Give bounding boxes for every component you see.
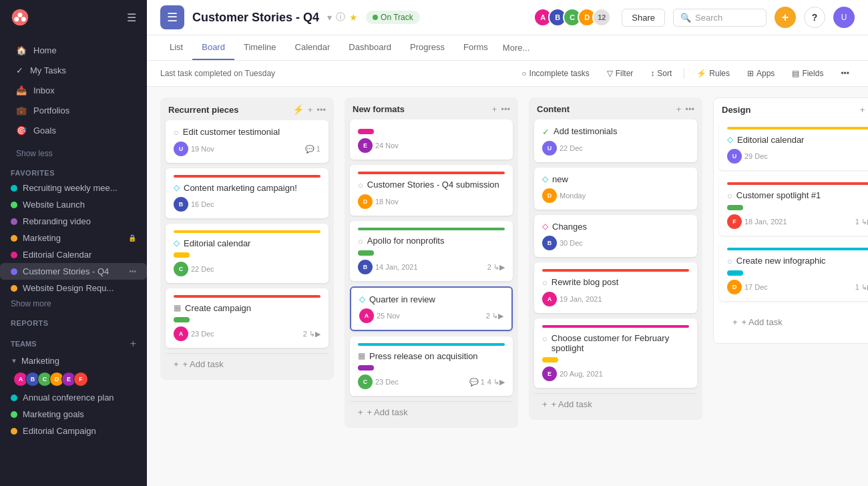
card-press-release[interactable]: ▦ Press release on acquisition C 23 Dec …: [350, 336, 513, 396]
avatar: D: [542, 188, 557, 203]
dot-icon: [11, 285, 17, 292]
search-box[interactable]: 🔍 Search: [673, 9, 767, 27]
tab-progress[interactable]: Progress: [401, 35, 454, 60]
share-button[interactable]: Share: [622, 9, 665, 27]
card-rewrite-blog[interactable]: ○ Rewrite blog post A 19 Jan, 2021: [534, 262, 697, 313]
add-task-design[interactable]: + + Add task: [724, 312, 868, 332]
sidebar-item-my-tasks[interactable]: ✓ My Tasks: [5, 61, 142, 80]
avatar: B: [358, 260, 373, 274]
fav-label: Website Design Requ...: [23, 283, 114, 293]
add-task-new-formats[interactable]: + + Add task: [350, 401, 513, 423]
check-icon: ○: [542, 334, 548, 344]
sidebar-item-label: My Tasks: [30, 65, 66, 75]
column-more-icon[interactable]: •••: [316, 105, 326, 115]
sort-btn[interactable]: ↕ Sort: [645, 66, 677, 81]
show-more[interactable]: Show more: [0, 296, 147, 311]
rules-btn[interactable]: ⚡ Rules: [691, 66, 735, 81]
column-title: Recurrent pieces: [168, 105, 288, 115]
tab-dashboard[interactable]: Dashboard: [339, 35, 401, 60]
fav-label: Recruiting weekly mee...: [23, 183, 118, 193]
sidebar-fav-rebranding[interactable]: Rebranding video: [0, 213, 147, 230]
card-add-testimonials[interactable]: ✓ Add testimonials U 22 Dec: [534, 119, 697, 162]
card-editorial-calendar[interactable]: ◇ Editorial calendar C 22 Dec: [166, 224, 329, 283]
add-card-icon[interactable]: +: [860, 105, 865, 115]
card-create-infographic[interactable]: ○ Create new infographic D 17 Dec 1 ↳▶: [719, 241, 868, 301]
add-card-icon[interactable]: +: [676, 104, 682, 114]
card-date-text: 23 Dec: [375, 378, 399, 386]
column-header-recurrent: Recurrent pieces ⚡ + •••: [160, 97, 334, 120]
show-less[interactable]: Show less: [0, 146, 147, 161]
sidebar-item-inbox[interactable]: 📥 Inbox: [5, 81, 142, 100]
tab-timeline[interactable]: Timeline: [234, 35, 286, 60]
chevron-down-icon[interactable]: ▾: [327, 12, 332, 23]
sidebar-fav-website-launch[interactable]: Website Launch: [0, 196, 147, 213]
card-choose-customer[interactable]: ○ Choose customer for February spotlight…: [534, 318, 697, 388]
team-marketing[interactable]: ▼ Marketing: [0, 352, 147, 369]
avatar: B: [542, 236, 557, 250]
avatar: D: [727, 280, 742, 294]
card-quarter-review[interactable]: ◇ Quarter in review A 25 Nov 2 ↳▶: [350, 286, 513, 331]
card-date-text: 18 Jan, 2021: [744, 218, 787, 226]
more-options-btn[interactable]: •••: [835, 66, 855, 81]
column-more-icon[interactable]: •••: [501, 104, 510, 114]
tab-more[interactable]: More...: [497, 36, 535, 59]
hamburger-icon[interactable]: ☰: [127, 11, 136, 24]
card-editorial-calendar-design[interactable]: ◇ Editorial calendar U 29 Dec: [719, 120, 868, 170]
sidebar-item-home[interactable]: 🏠 Home: [5, 41, 142, 60]
card-customer-stories-q4[interactable]: ○ Customer Stories - Q4 submission D 18 …: [350, 165, 513, 216]
card-date-text: 14 Jan, 2021: [375, 263, 418, 271]
sidebar-item-portfolios[interactable]: 💼 Portfolios: [5, 101, 142, 120]
fav-label: Editorial Calendar: [23, 250, 91, 260]
svg-point-3: [18, 13, 23, 17]
sidebar-fav-website-design[interactable]: Website Design Requ...: [0, 280, 147, 296]
fields-btn[interactable]: ▤ Fields: [787, 66, 829, 81]
card-content-marketing[interactable]: ◇ Content marketing campaign! B 16 Dec: [166, 168, 329, 218]
sidebar-fav-editorial[interactable]: Editorial Calendar: [0, 246, 147, 263]
add-button[interactable]: +: [775, 7, 796, 28]
card-customer-spotlight[interactable]: ○ Customer spotlight #1 F 18 Jan, 2021 1…: [719, 176, 868, 236]
tab-board[interactable]: Board: [192, 35, 234, 60]
tab-forms[interactable]: Forms: [454, 35, 497, 60]
color-bar: [727, 127, 868, 130]
card-date-text: 29 Dec: [744, 152, 768, 160]
add-team-icon[interactable]: +: [130, 338, 136, 350]
sidebar-item-label: Inbox: [33, 85, 55, 95]
status-badge[interactable]: On Track: [366, 11, 420, 24]
card-title-text: Create new infographic: [736, 256, 826, 266]
avatar: E: [542, 367, 557, 381]
add-task-recurrent[interactable]: + + Add task: [166, 353, 329, 375]
check-icon: ○: [358, 180, 363, 190]
sidebar-team-annual[interactable]: Annual conference plan: [0, 389, 147, 406]
tab-calendar[interactable]: Calendar: [286, 35, 340, 60]
user-avatar[interactable]: U: [833, 7, 855, 28]
tab-list[interactable]: List: [160, 35, 192, 60]
diamond-icon: ◇: [727, 135, 733, 144]
asana-logo[interactable]: [11, 8, 29, 27]
info-icon[interactable]: ⓘ: [336, 11, 345, 23]
card-create-campaign[interactable]: ▦ Create campaign A 23 Dec 2 ↳▶: [166, 288, 329, 348]
add-card-icon[interactable]: +: [492, 104, 497, 114]
help-button[interactable]: ?: [804, 7, 825, 28]
column-more-icon[interactable]: •••: [685, 104, 694, 114]
add-task-content[interactable]: + + Add task: [534, 393, 697, 415]
card-changes[interactable]: ◇ Changes B 30 Dec: [534, 215, 697, 257]
column-cards-new-formats: E 24 Nov ○ Customer Stories - Q4 submiss…: [345, 119, 518, 401]
apps-btn[interactable]: ⊞ Apps: [742, 66, 780, 81]
sidebar-team-marketing-goals[interactable]: Marketing goals: [0, 406, 147, 423]
add-card-icon[interactable]: +: [308, 105, 313, 115]
sidebar-fav-recruiting[interactable]: Recruiting weekly mee...: [0, 180, 147, 196]
sidebar-team-editorial[interactable]: Editorial Campaign: [0, 423, 147, 439]
lightning-icon[interactable]: ⚡: [292, 104, 304, 115]
sidebar-item-goals[interactable]: 🎯 Goals: [5, 121, 142, 140]
sidebar-fav-customer-stories[interactable]: Customer Stories - Q4 •••: [0, 263, 147, 280]
filter-btn[interactable]: ▽ Filter: [602, 66, 639, 81]
star-icon[interactable]: ★: [349, 12, 358, 23]
sidebar-item-label: Portfolios: [33, 105, 69, 115]
incomplete-tasks-btn[interactable]: ○ Incomplete tasks: [516, 66, 594, 81]
card-edit-testimonial[interactable]: ○ Edit customer testimonial U 19 Nov 💬 1: [166, 120, 329, 163]
card-apollo-nonprofits[interactable]: ○ Apollo for nonprofits B 14 Jan, 2021 2…: [350, 221, 513, 281]
sidebar-fav-marketing[interactable]: Marketing 🔒: [0, 230, 147, 246]
card-new[interactable]: ◇ new D Monday: [534, 168, 697, 210]
more-icon[interactable]: •••: [129, 268, 136, 275]
card-tag-only[interactable]: E 24 Nov: [350, 119, 513, 160]
